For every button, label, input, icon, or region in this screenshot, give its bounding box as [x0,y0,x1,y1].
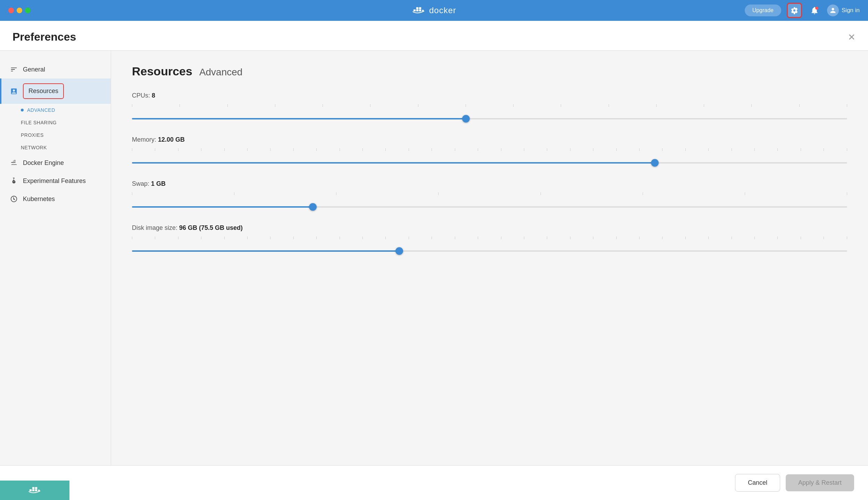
docker-logo-icon [412,6,426,15]
tick [616,148,617,151]
tick [340,148,340,151]
sidebar-item-experimental[interactable]: Experimental Features [0,172,111,190]
user-area[interactable]: Sign in [827,5,860,16]
sidebar-item-docker-engine[interactable]: Docker Engine [0,154,111,172]
tick [438,192,439,195]
tick [201,236,201,239]
tick [336,192,336,195]
disk-label: Disk image size: 96 GB (75.5 GB used) [132,224,847,232]
tick [570,236,570,239]
memory-slider-container [132,148,847,159]
sub-item-file-sharing-label: FILE SHARING [21,120,57,125]
tick [801,236,801,239]
memory-slider[interactable] [132,162,847,164]
kubernetes-label: Kubernetes [23,195,55,203]
panel-title: Resources [132,65,192,78]
resources-sub-items: ADVANCED FILE SHARING PROXIES NETWORK [0,104,111,154]
sub-item-file-sharing[interactable]: FILE SHARING [21,116,111,129]
sub-item-proxies-label: PROXIES [21,132,44,138]
maximize-traffic-light[interactable] [25,8,31,13]
tick [293,148,294,151]
close-button[interactable]: ✕ [848,33,856,42]
svg-rect-11 [32,487,34,489]
tick [275,104,275,107]
tick [432,148,432,151]
memory-value: 12.00 GB [158,136,185,143]
tick [847,104,847,107]
disk-slider[interactable] [132,250,847,252]
disk-ticks [132,236,847,241]
cpus-slider-container [132,104,847,115]
tick [370,104,370,107]
tick [777,148,778,151]
active-dot [21,109,24,111]
tick [561,104,561,107]
close-traffic-light[interactable] [8,8,14,13]
tick [409,148,409,151]
tick [777,236,778,239]
tick [754,148,755,151]
tick [180,104,180,107]
tick [409,236,409,239]
tick [524,236,524,239]
tick [247,236,248,239]
resources-label: Resources [28,88,58,94]
svg-point-5 [422,10,424,11]
sidebar-item-kubernetes[interactable]: Kubernetes [0,190,111,208]
general-label: General [23,66,45,73]
svg-rect-0 [414,9,416,11]
memory-label-prefix: Memory: [132,136,158,143]
tick [340,236,340,239]
cancel-button[interactable]: Cancel [735,474,780,492]
svg-rect-12 [35,487,37,489]
avatar [827,5,839,16]
tick [513,104,514,107]
memory-section: Memory: 12.00 GB [132,136,847,165]
tick [201,148,201,151]
tick [524,148,524,151]
minimize-traffic-light[interactable] [17,8,22,13]
kubernetes-icon [10,195,18,203]
tick [547,236,547,239]
tick [501,148,501,151]
tick [847,148,847,151]
svg-point-7 [13,198,15,200]
sub-item-network[interactable]: NETWORK [21,141,111,154]
docker-taskbar[interactable] [0,481,69,500]
settings-button[interactable] [787,3,802,18]
sub-item-proxies[interactable]: PROXIES [21,129,111,141]
tick [745,192,745,195]
sub-item-advanced-label: ADVANCED [27,107,55,113]
swap-slider[interactable] [132,206,847,208]
svg-rect-4 [419,7,421,9]
cpus-slider[interactable] [132,118,847,119]
upgrade-button[interactable]: Upgrade [745,5,781,16]
tick [704,104,704,107]
resources-label-box: Resources [23,83,64,99]
gear-icon [791,7,798,14]
svg-rect-8 [30,489,32,491]
svg-rect-1 [416,9,418,11]
disk-value: 96 GB (75.5 GB used) [179,224,243,231]
tick [656,104,657,107]
titlebar-center: docker [412,6,456,15]
tick [293,236,294,239]
tick [799,104,800,107]
cpus-label: CPUs: 8 [132,92,847,99]
tick [593,148,593,151]
sidebar-item-resources[interactable]: Resources [0,78,111,104]
main-panel: Resources Advanced CPUs: 8 [111,51,868,465]
tick [732,236,732,239]
swap-ticks [132,192,847,197]
user-icon [829,7,837,14]
tick [732,148,732,151]
tick [478,148,478,151]
notifications-button[interactable] [808,3,821,17]
tick [708,148,709,151]
apply-restart-button[interactable]: Apply & Restart [786,474,854,491]
tick [824,236,824,239]
tick [455,236,455,239]
sub-item-advanced[interactable]: ADVANCED [21,104,111,116]
sidebar-item-general[interactable]: General [0,60,111,78]
tick [478,236,478,239]
